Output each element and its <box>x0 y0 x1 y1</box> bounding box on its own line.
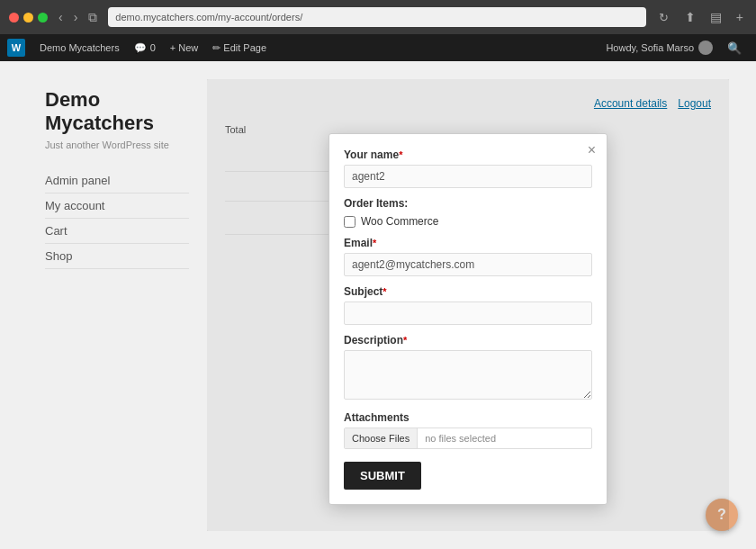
subject-label: Subject* <box>344 285 592 298</box>
url-text: demo.mycatchers.com/my-account/orders/ <box>115 12 302 22</box>
howdy-text: Howdy, Sofia Marso <box>606 42 694 53</box>
attachments-label: Attachments <box>344 411 592 424</box>
admin-bar-site-label: Demo Mycatchers <box>40 42 120 53</box>
site-content: Demo Mycatchers Just another WordPress s… <box>0 61 756 549</box>
wp-admin-bar: W Demo Mycatchers 💬 0 + New ✏ Edit Page … <box>0 34 756 61</box>
forward-button[interactable]: › <box>70 8 82 27</box>
site-title: Demo Mycatchers <box>45 88 189 136</box>
order-items-label: Order Items: <box>344 197 592 210</box>
admin-bar-right: Howdy, Sofia Marso 🔍 <box>598 40 749 55</box>
sidebar-item-shop[interactable]: Shop <box>45 244 189 269</box>
comment-icon: 💬 <box>134 42 147 54</box>
wp-logo-icon: W <box>12 42 21 53</box>
description-textarea[interactable] <box>344 350 592 400</box>
main-content: Account details Logout Total $9.00 for 1… <box>207 79 729 531</box>
email-label: Email* <box>344 237 592 249</box>
address-bar[interactable]: demo.mycatchers.com/my-account/orders/ <box>108 7 645 27</box>
admin-bar-comments[interactable]: 💬 0 <box>127 34 163 61</box>
modal-overlay: × Your name* Order Items: Woo Commer <box>207 79 729 531</box>
close-window-button[interactable] <box>9 13 19 22</box>
name-label: Your name* <box>344 148 592 161</box>
sidebar-item-admin-panel[interactable]: Admin panel <box>45 168 189 194</box>
admin-bar-howdy: Howdy, Sofia Marso <box>598 40 720 55</box>
browser-chrome: ‹ › ⧉ demo.mycatchers.com/my-account/ord… <box>0 0 756 34</box>
file-choose-row: Choose Files no files selected <box>344 428 592 449</box>
wp-logo[interactable]: W <box>7 39 25 57</box>
modal-close-button[interactable]: × <box>588 143 596 158</box>
sidebar-nav: Admin panel My account Cart Shop <box>45 168 189 269</box>
comment-count: 0 <box>150 42 156 53</box>
woo-commerce-checkbox[interactable] <box>344 216 356 228</box>
tab-overview-button[interactable]: ⧉ <box>85 8 101 27</box>
subject-input[interactable] <box>344 302 592 325</box>
subject-field-group: Subject* <box>344 285 592 325</box>
new-tab-button[interactable]: + <box>733 8 747 26</box>
edit-page-label: ✏ Edit Page <box>212 42 266 54</box>
support-modal: × Your name* Order Items: Woo Commer <box>328 133 608 505</box>
sidebar-toggle-button[interactable]: ▤ <box>706 8 725 26</box>
nav-buttons: ‹ › ⧉ <box>55 8 101 27</box>
file-name-text: no files selected <box>418 428 503 448</box>
fullscreen-window-button[interactable] <box>38 13 48 22</box>
attachments-section: Attachments Choose Files no files select… <box>344 411 592 449</box>
page-wrapper: Demo Mycatchers Just another WordPress s… <box>0 61 756 549</box>
name-input[interactable] <box>344 165 592 188</box>
admin-bar-new[interactable]: + New <box>163 34 206 61</box>
email-field-group: Email* <box>344 237 592 276</box>
reload-button[interactable]: ↻ <box>653 9 674 26</box>
submit-button[interactable]: SUBMIT <box>344 462 421 490</box>
sidebar-item-my-account[interactable]: My account <box>45 194 189 219</box>
site-tagline: Just another WordPress site <box>45 140 189 150</box>
minimize-window-button[interactable] <box>23 13 33 22</box>
user-avatar <box>698 40 713 55</box>
description-field-group: Description* <box>344 334 592 402</box>
woo-commerce-checkbox-item: Woo Commerce <box>344 215 592 228</box>
traffic-lights <box>9 13 48 22</box>
back-button[interactable]: ‹ <box>55 8 67 27</box>
admin-bar-edit-page[interactable]: ✏ Edit Page <box>205 34 274 61</box>
email-input[interactable] <box>344 253 592 276</box>
admin-bar-site-name[interactable]: Demo Mycatchers <box>32 34 127 61</box>
share-button[interactable]: ⬆ <box>681 8 699 26</box>
name-field-group: Your name* <box>344 148 592 188</box>
sidebar-item-cart[interactable]: Cart <box>45 219 189 244</box>
choose-files-button[interactable]: Choose Files <box>345 428 418 448</box>
sidebar: Demo Mycatchers Just another WordPress s… <box>27 79 207 531</box>
new-label: + New <box>170 42 199 53</box>
woo-commerce-label: Woo Commerce <box>361 215 438 228</box>
admin-search-icon[interactable]: 🔍 <box>720 41 749 55</box>
order-items-group: Order Items: Woo Commerce <box>344 197 592 228</box>
description-label: Description* <box>344 334 592 346</box>
